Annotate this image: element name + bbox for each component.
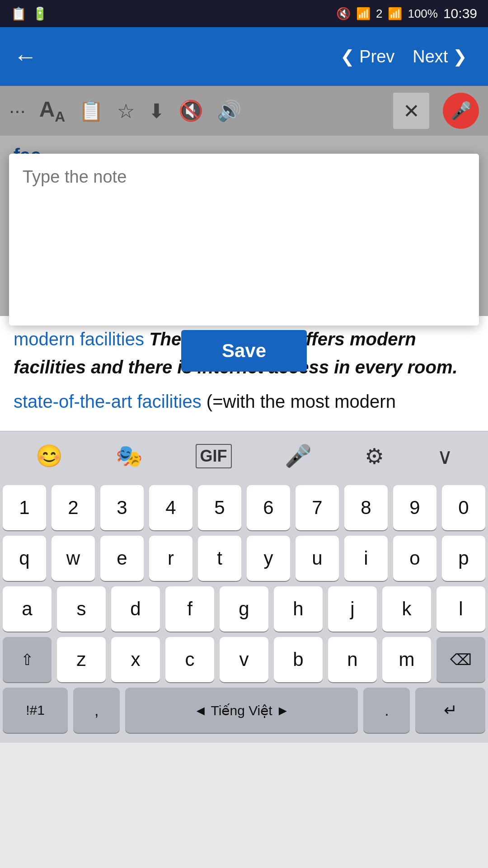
key-space[interactable]: ◄ Tiếng Việt ►: [125, 688, 358, 733]
keyboard-toolbar: 😊 🎭 GIF 🎤 ⚙ ∨: [0, 431, 488, 481]
key-symbols[interactable]: !#1: [3, 688, 68, 733]
key-x[interactable]: x: [111, 637, 160, 682]
battery-full-icon: 100%: [408, 7, 438, 21]
keyboard-row-zxcv: ⇧ z x c v b n m ⌫: [3, 637, 485, 682]
settings-icon[interactable]: ⚙: [365, 443, 384, 469]
mute-icon: 🔇: [336, 7, 351, 21]
sim-icon: 2: [376, 7, 382, 21]
emoji-icon[interactable]: 😊: [36, 443, 63, 469]
note-dialog-wrapper: Save: [9, 154, 479, 372]
clock: 10:39: [443, 6, 477, 21]
key-c[interactable]: c: [165, 637, 214, 682]
key-u[interactable]: u: [296, 536, 339, 581]
keyboard: 1 2 3 4 5 6 7 8 9 0 q w e r t y u i o p …: [0, 481, 488, 743]
key-backspace[interactable]: ⌫: [436, 637, 485, 682]
status-left: 📋 🔋: [11, 6, 48, 21]
key-w[interactable]: w: [52, 536, 95, 581]
notification-icon: 📋: [11, 6, 27, 21]
key-b[interactable]: b: [274, 637, 323, 682]
key-r[interactable]: r: [149, 536, 192, 581]
key-shift[interactable]: ⇧: [3, 637, 52, 682]
main-content-area: fac 1. f pro G Al AD Save: [0, 136, 488, 316]
content-para-2: state-of-the-art facilities (=with the m…: [14, 387, 474, 415]
battery-low-icon: 🔋: [32, 6, 48, 21]
key-enter[interactable]: ↵: [415, 688, 485, 733]
key-h[interactable]: h: [274, 586, 323, 632]
sticker-icon[interactable]: 🎭: [116, 443, 143, 469]
key-f[interactable]: f: [165, 586, 214, 632]
key-4[interactable]: 4: [149, 485, 192, 530]
key-d[interactable]: d: [111, 586, 160, 632]
key-s[interactable]: s: [57, 586, 106, 632]
download-icon[interactable]: ⬇: [148, 99, 165, 123]
status-right: 🔇 📶 2 📶 100% 10:39: [336, 6, 477, 21]
font-size-icon[interactable]: AA: [39, 97, 66, 125]
more-options-icon[interactable]: ···: [9, 99, 26, 122]
key-z[interactable]: z: [57, 637, 106, 682]
key-q[interactable]: q: [3, 536, 46, 581]
definition-text: (=with the most modern: [206, 392, 396, 411]
keyboard-row-numbers: 1 2 3 4 5 6 7 8 9 0: [3, 485, 485, 530]
toolbar: ··· AA 📋 ☆ ⬇ 🔇 🔊 ✕ 🎤: [0, 86, 488, 136]
key-e[interactable]: e: [100, 536, 144, 581]
key-l[interactable]: l: [436, 586, 485, 632]
save-button[interactable]: Save: [181, 330, 307, 372]
keyboard-row-special: !#1 , ◄ Tiếng Việt ► . ↵: [3, 688, 485, 733]
key-y[interactable]: y: [247, 536, 290, 581]
key-m[interactable]: m: [382, 637, 431, 682]
microphone-icon[interactable]: 🎤: [285, 443, 312, 469]
key-p[interactable]: p: [442, 536, 485, 581]
keyboard-hide-icon[interactable]: ∨: [437, 443, 453, 469]
key-1[interactable]: 1: [3, 485, 46, 530]
key-k[interactable]: k: [382, 586, 431, 632]
nav-bar: ← ❮ Prev Next ❯: [0, 27, 488, 86]
key-i[interactable]: i: [344, 536, 388, 581]
prev-button[interactable]: ❮ Prev: [333, 43, 402, 70]
key-7[interactable]: 7: [296, 485, 339, 530]
next-button[interactable]: Next ❯: [405, 43, 474, 70]
wifi-icon: 📶: [356, 7, 371, 21]
key-t[interactable]: t: [198, 536, 241, 581]
key-2[interactable]: 2: [52, 485, 95, 530]
bookmark-icon[interactable]: ☆: [117, 99, 135, 123]
copy-icon[interactable]: 📋: [79, 99, 103, 123]
volume-icon[interactable]: 🔊: [217, 99, 242, 123]
key-6[interactable]: 6: [247, 485, 290, 530]
key-period[interactable]: .: [363, 688, 410, 733]
signal-icon: 📶: [388, 7, 402, 21]
state-of-art-link[interactable]: state-of-the-art facilities: [14, 392, 202, 411]
key-9[interactable]: 9: [393, 485, 436, 530]
mute-sound-icon[interactable]: 🔇: [178, 99, 203, 123]
key-0[interactable]: 0: [442, 485, 485, 530]
close-button[interactable]: ✕: [393, 93, 429, 129]
keyboard-row-asdf: a s d f g h j k l: [3, 586, 485, 632]
status-bar: 📋 🔋 🔇 📶 2 📶 100% 10:39: [0, 0, 488, 27]
note-dialog: [9, 154, 479, 326]
gif-icon[interactable]: GIF: [196, 444, 232, 468]
key-3[interactable]: 3: [100, 485, 144, 530]
key-a[interactable]: a: [3, 586, 52, 632]
note-input[interactable]: [23, 167, 465, 312]
key-8[interactable]: 8: [344, 485, 388, 530]
key-5[interactable]: 5: [198, 485, 241, 530]
nav-buttons: ❮ Prev Next ❯: [333, 43, 474, 70]
key-n[interactable]: n: [328, 637, 377, 682]
key-j[interactable]: j: [328, 586, 377, 632]
key-o[interactable]: o: [393, 536, 436, 581]
key-v[interactable]: v: [220, 637, 268, 682]
key-g[interactable]: g: [220, 586, 268, 632]
keyboard-row-qwerty: q w e r t y u i o p: [3, 536, 485, 581]
key-comma[interactable]: ,: [73, 688, 120, 733]
mic-button[interactable]: 🎤: [443, 93, 479, 129]
back-button[interactable]: ←: [14, 45, 37, 68]
